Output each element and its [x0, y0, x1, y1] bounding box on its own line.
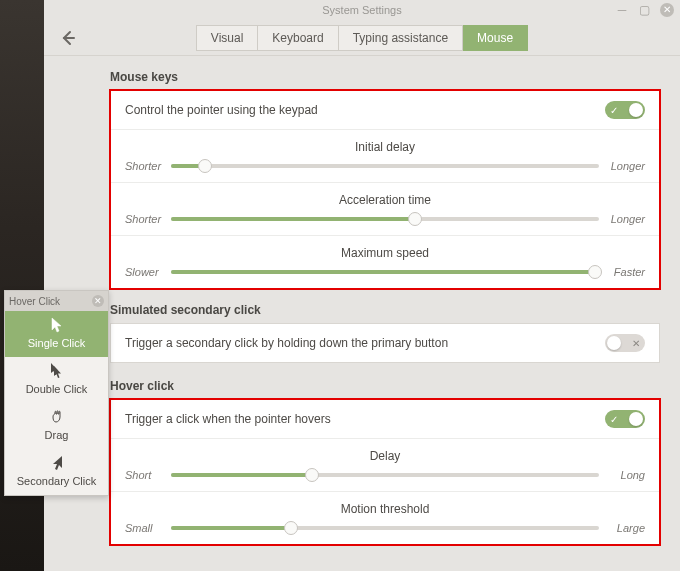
palette-drag[interactable]: Drag [5, 403, 108, 449]
close-icon[interactable]: ✕ [660, 3, 674, 17]
initial-delay-slider[interactable] [171, 164, 599, 168]
slider-min-label: Shorter [125, 160, 163, 172]
tab-mouse[interactable]: Mouse [463, 25, 528, 51]
slider-min-label: Small [125, 522, 163, 534]
hover-trigger-toggle[interactable]: ✓ [605, 410, 645, 428]
hover-delay-slider[interactable] [171, 473, 599, 477]
svg-marker-3 [53, 456, 62, 470]
slider-thumb[interactable] [305, 468, 319, 482]
tab-keyboard[interactable]: Keyboard [258, 25, 338, 51]
control-pointer-label: Control the pointer using the keypad [125, 103, 318, 117]
secondary-trigger-toggle[interactable]: ✕ [605, 334, 645, 352]
palette-close-icon[interactable]: ✕ [92, 295, 104, 307]
secondary-click-panel: Trigger a secondary click by holding dow… [110, 323, 660, 363]
slider-max-label: Large [607, 522, 645, 534]
cursor-icon [49, 317, 65, 333]
check-icon: ✓ [610, 105, 618, 116]
arrow-left-icon [58, 28, 78, 48]
palette-item-label: Single Click [28, 337, 85, 349]
slider-min-label: Slower [125, 266, 163, 278]
mouse-keys-panel: Control the pointer using the keypad ✓ I… [110, 90, 660, 289]
slider-thumb[interactable] [408, 212, 422, 226]
max-speed-label: Maximum speed [125, 246, 645, 260]
check-icon: ✓ [610, 414, 618, 425]
acceleration-slider[interactable] [171, 217, 599, 221]
window-title: System Settings [322, 4, 401, 16]
toggle-knob [607, 336, 621, 350]
palette-titlebar[interactable]: Hover Click ✕ [5, 291, 108, 311]
cursor-secondary-icon [49, 455, 65, 471]
toggle-knob [629, 412, 643, 426]
toggle-knob [629, 103, 643, 117]
svg-marker-2 [54, 366, 61, 378]
palette-item-label: Drag [45, 429, 69, 441]
acceleration-label: Acceleration time [125, 193, 645, 207]
slider-max-label: Longer [607, 160, 645, 172]
palette-item-label: Secondary Click [17, 475, 96, 487]
cursor-double-icon [49, 363, 65, 379]
palette-title: Hover Click [9, 296, 60, 307]
control-pointer-toggle[interactable]: ✓ [605, 101, 645, 119]
initial-delay-label: Initial delay [125, 140, 645, 154]
hover-delay-label: Delay [125, 449, 645, 463]
content-area: Mouse keys Control the pointer using the… [44, 56, 680, 571]
palette-item-label: Double Click [26, 383, 88, 395]
back-button[interactable] [58, 28, 78, 48]
hover-trigger-label: Trigger a click when the pointer hovers [125, 412, 331, 426]
slider-min-label: Shorter [125, 213, 163, 225]
slider-max-label: Longer [607, 213, 645, 225]
mouse-keys-heading: Mouse keys [110, 70, 670, 84]
svg-marker-0 [52, 318, 61, 332]
palette-double-click[interactable]: Double Click [5, 357, 108, 403]
slider-max-label: Long [607, 469, 645, 481]
tab-visual[interactable]: Visual [196, 25, 258, 51]
hover-click-palette: Hover Click ✕ Single Click Double Click … [4, 290, 109, 496]
maximize-icon[interactable]: ▢ [638, 4, 650, 16]
palette-single-click[interactable]: Single Click [5, 311, 108, 357]
slider-thumb[interactable] [588, 265, 602, 279]
motion-threshold-label: Motion threshold [125, 502, 645, 516]
secondary-click-heading: Simulated secondary click [110, 303, 670, 317]
slider-min-label: Short [125, 469, 163, 481]
hover-click-panel: Trigger a click when the pointer hovers … [110, 399, 660, 545]
tab-bar: Visual Keyboard Typing assistance Mouse [44, 20, 680, 56]
max-speed-slider[interactable] [171, 270, 599, 274]
slider-thumb[interactable] [284, 521, 298, 535]
x-icon: ✕ [632, 338, 640, 349]
secondary-trigger-label: Trigger a secondary click by holding dow… [125, 336, 448, 350]
slider-thumb[interactable] [198, 159, 212, 173]
settings-window: System Settings ─ ▢ ✕ Visual Keyboard Ty… [44, 0, 680, 571]
tab-typing-assistance[interactable]: Typing assistance [339, 25, 463, 51]
slider-max-label: Faster [607, 266, 645, 278]
hover-click-heading: Hover click [110, 379, 670, 393]
motion-threshold-slider[interactable] [171, 526, 599, 530]
minimize-icon[interactable]: ─ [616, 4, 628, 16]
palette-secondary-click[interactable]: Secondary Click [5, 449, 108, 495]
titlebar: System Settings ─ ▢ ✕ [44, 0, 680, 20]
hand-drag-icon [49, 409, 65, 425]
